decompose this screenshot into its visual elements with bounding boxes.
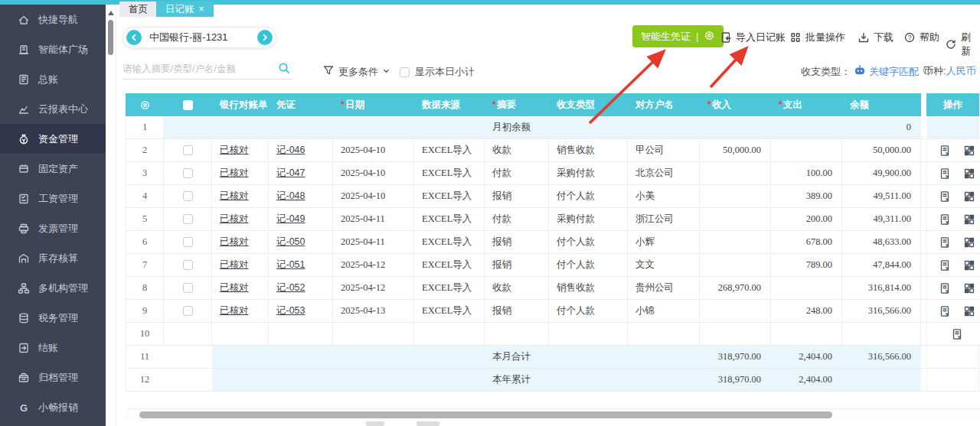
svg-text:G: G	[20, 402, 28, 413]
row-checkbox[interactable]	[183, 214, 193, 224]
keyword-match-link[interactable]: 关键字匹配	[869, 65, 919, 79]
bank-account-switcher: 中国银行-丽-1231	[122, 27, 276, 48]
sidebar-scrollbar[interactable]	[106, 5, 116, 426]
search-input[interactable]	[122, 60, 268, 77]
column-settings-gear-icon[interactable]	[126, 93, 164, 116]
sidebar-item-xiaochang[interactable]: G小畅报销	[0, 392, 106, 422]
bank-statement-link: 已核对	[212, 139, 269, 161]
row-checkbox[interactable]	[183, 283, 193, 293]
voucher-link[interactable]: 记-053	[276, 305, 305, 316]
bank-statement-link[interactable]: 已核对	[220, 213, 249, 224]
sidebar-item-closing[interactable]: 结账	[0, 333, 106, 363]
row-checkbox[interactable]	[183, 306, 193, 316]
voucher-delete-icon[interactable]	[939, 305, 951, 317]
sidebar-item-ledger[interactable]: 总账	[0, 64, 106, 94]
column-header-label: 余额	[850, 99, 869, 110]
bank-statement-link[interactable]: 已核对	[220, 145, 249, 155]
batch-actions-button[interactable]: 批量操作	[789, 31, 845, 44]
pagination-fragment	[416, 421, 439, 426]
sidebar-item-multi-org[interactable]: 多机构管理	[0, 273, 106, 303]
voucher-link[interactable]: 记-049	[276, 213, 305, 224]
select-all-checkbox[interactable]	[164, 93, 212, 116]
voucher-link[interactable]: 记-051	[276, 259, 305, 270]
more-actions-grid-icon[interactable]	[963, 145, 975, 157]
next-account-button[interactable]	[257, 30, 273, 45]
summary-cell: 付款	[485, 162, 549, 184]
download-button[interactable]: 下载	[858, 31, 893, 44]
more-actions-grid-icon[interactable]	[963, 259, 975, 272]
daily-subtotal-checkbox[interactable]	[400, 67, 410, 77]
sidebar-item-inventory[interactable]: 库存核算	[0, 243, 106, 273]
voucher-link[interactable]: 记-046	[276, 145, 305, 155]
select-all-checkbox-box[interactable]	[183, 100, 193, 110]
more-actions-grid-icon[interactable]	[963, 305, 975, 317]
close-tab-icon[interactable]: ×	[199, 2, 204, 17]
bank-statement-link[interactable]: 已核对	[220, 167, 249, 178]
voucher-delete-icon[interactable]	[939, 213, 951, 226]
bank-statement-link[interactable]: 已核对	[220, 259, 249, 270]
bank-statement-link[interactable]: 已核对	[220, 282, 249, 293]
voucher-delete-icon[interactable]	[939, 282, 951, 294]
voucher-link[interactable]: 记-052	[276, 282, 305, 293]
row-checkbox[interactable]	[183, 237, 193, 247]
expense-cell	[771, 139, 842, 161]
more-actions-grid-icon[interactable]	[963, 190, 975, 203]
table-body: 1月初余额02已核对记-0462025-04-10EXCEL导入收款销售收款甲公…	[126, 116, 979, 392]
sidebar-item-archive[interactable]: 归档管理	[0, 363, 106, 392]
chevron-down-icon	[382, 66, 390, 77]
voucher-delete-icon[interactable]	[951, 328, 963, 340]
sidebar-item-fixed-assets[interactable]: 固定资产	[0, 154, 106, 184]
row-checkbox[interactable]	[183, 168, 193, 178]
show-daily-subtotal-toggle[interactable]: 显示本日小计	[400, 65, 475, 79]
bank-statement-link[interactable]: 已核对	[220, 305, 249, 316]
row-checkbox-cell	[164, 369, 212, 391]
sidebar-item-tax[interactable]: 税务管理	[0, 303, 106, 333]
voucher-delete-icon[interactable]	[939, 259, 951, 272]
sidebar-item-cloud-report[interactable]: 云报表中心	[0, 94, 106, 124]
more-actions-grid-icon[interactable]	[963, 213, 975, 226]
voucher-link[interactable]: 记-047	[276, 167, 305, 178]
voucher-delete-icon[interactable]	[939, 236, 951, 249]
sidebar-scrollbar-thumb[interactable]	[108, 20, 113, 55]
sidebar-item-invoice[interactable]: 发票管理	[0, 213, 106, 243]
sidebar-item-funds[interactable]: 资金管理	[0, 124, 106, 154]
row-checkbox-cell	[164, 185, 212, 207]
voucher-link[interactable]: 记-050	[276, 236, 305, 247]
gear-icon[interactable]	[704, 30, 715, 44]
bank-statement-link[interactable]: 已核对	[220, 190, 249, 201]
column-header: 对方户名	[628, 93, 700, 116]
import-journal-button[interactable]: 导入日记账	[720, 31, 786, 44]
more-actions-grid-icon[interactable]	[963, 282, 975, 294]
sidebar-item-home[interactable]: 快捷导航	[0, 5, 106, 34]
horizontal-scrollbar-thumb[interactable]	[139, 411, 832, 418]
voucher-link[interactable]: 记-048	[276, 190, 305, 201]
sidebar-item-agent-plaza[interactable]: 智能体广场	[0, 34, 106, 64]
income-cell	[700, 185, 771, 207]
voucher-delete-icon[interactable]	[939, 190, 951, 203]
more-actions-grid-icon[interactable]	[963, 167, 975, 180]
bank-statement-link[interactable]: 已核对	[220, 236, 249, 247]
download-icon	[858, 31, 870, 44]
row-checkbox[interactable]	[183, 260, 193, 270]
scroll-up-arrow-icon[interactable]	[108, 11, 114, 15]
row-checkbox[interactable]	[183, 145, 193, 155]
sidebar-item-label: 发票管理	[38, 222, 78, 236]
row-checkbox[interactable]	[183, 191, 193, 201]
voucher-delete-icon[interactable]	[939, 167, 951, 180]
voucher-delete-icon[interactable]	[939, 145, 951, 157]
more-actions-grid-icon[interactable]	[963, 236, 975, 249]
ops-cell	[926, 185, 979, 207]
balance-cell: 49,900.00	[842, 162, 921, 184]
tab-home[interactable]: 首页	[119, 2, 157, 17]
search-icon[interactable]	[278, 62, 291, 78]
refresh-button[interactable]: 刷新	[945, 31, 980, 58]
help-button[interactable]: ? 帮助	[903, 31, 939, 44]
journal-table: 银行对账单凭证*日期数据来源*摘要收支类型对方户名*收入*支出余额操作 1月初余…	[126, 93, 979, 392]
horizontal-scrollbar[interactable]	[126, 408, 980, 420]
prev-account-button[interactable]	[126, 30, 142, 45]
smart-voucher-button[interactable]: 智能生凭证 |	[632, 25, 724, 47]
more-conditions-button[interactable]: 更多条件	[322, 64, 390, 79]
currency-label: 币种:	[923, 65, 946, 76]
sidebar-item-payroll[interactable]: 工资管理	[0, 184, 106, 213]
tab-journal[interactable]: 日记账 ×	[156, 2, 214, 17]
